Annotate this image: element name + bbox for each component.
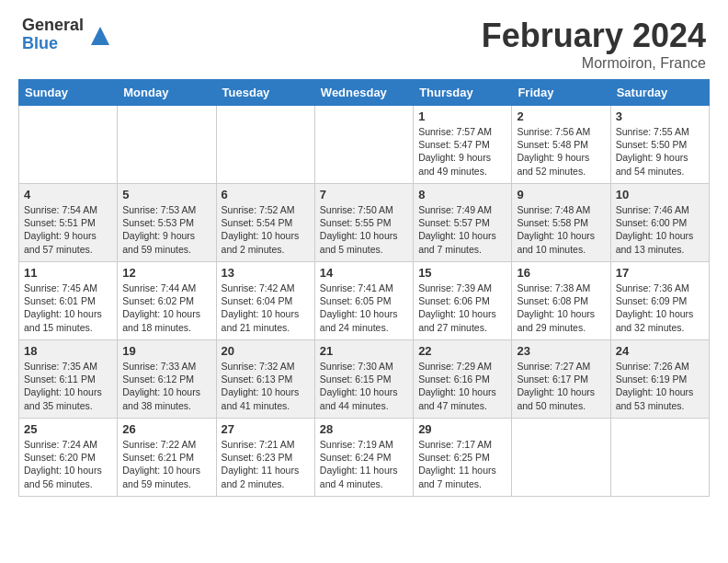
- col-wednesday: Wednesday: [314, 80, 413, 106]
- day-info: Sunrise: 7:49 AM Sunset: 5:57 PM Dayligh…: [418, 203, 506, 256]
- col-monday: Monday: [118, 80, 216, 106]
- logo-general: General: [22, 17, 84, 35]
- day-number: 1: [418, 109, 506, 123]
- table-row: 8Sunrise: 7:49 AM Sunset: 5:57 PM Daylig…: [414, 184, 512, 262]
- day-number: 20: [222, 344, 310, 358]
- table-row: 12Sunrise: 7:44 AM Sunset: 6:02 PM Dayli…: [118, 262, 216, 340]
- table-row: 24Sunrise: 7:26 AM Sunset: 6:19 PM Dayli…: [610, 340, 709, 419]
- day-number: 3: [616, 109, 704, 123]
- day-number: 22: [418, 344, 506, 358]
- day-info: Sunrise: 7:55 AM Sunset: 5:50 PM Dayligh…: [616, 125, 704, 178]
- day-info: Sunrise: 7:17 AM Sunset: 6:25 PM Dayligh…: [418, 438, 506, 490]
- table-row: 26Sunrise: 7:22 AM Sunset: 6:21 PM Dayli…: [118, 419, 216, 497]
- calendar-week-row: 11Sunrise: 7:45 AM Sunset: 6:01 PM Dayli…: [19, 262, 710, 340]
- calendar-title: February 2024: [482, 17, 706, 55]
- day-number: 2: [517, 109, 605, 123]
- day-number: 10: [616, 188, 704, 201]
- day-info: Sunrise: 7:45 AM Sunset: 6:01 PM Dayligh…: [24, 282, 112, 334]
- table-row: 29Sunrise: 7:17 AM Sunset: 6:25 PM Dayli…: [414, 419, 512, 497]
- table-row: 3Sunrise: 7:55 AM Sunset: 5:50 PM Daylig…: [610, 106, 709, 184]
- day-number: 26: [122, 422, 210, 436]
- day-info: Sunrise: 7:35 AM Sunset: 6:11 PM Dayligh…: [24, 360, 112, 412]
- day-info: Sunrise: 7:22 AM Sunset: 6:21 PM Dayligh…: [122, 438, 210, 490]
- day-number: 9: [517, 188, 605, 201]
- day-info: Sunrise: 7:41 AM Sunset: 6:05 PM Dayligh…: [320, 282, 408, 334]
- table-row: 2Sunrise: 7:56 AM Sunset: 5:48 PM Daylig…: [512, 106, 610, 184]
- col-saturday: Saturday: [610, 80, 709, 106]
- calendar-table: Sunday Monday Tuesday Wednesday Thursday…: [18, 79, 710, 497]
- day-number: 12: [122, 266, 210, 280]
- day-info: Sunrise: 7:54 AM Sunset: 5:51 PM Dayligh…: [24, 203, 112, 256]
- table-row: 17Sunrise: 7:36 AM Sunset: 6:09 PM Dayli…: [610, 262, 709, 340]
- day-info: Sunrise: 7:57 AM Sunset: 5:47 PM Dayligh…: [418, 125, 506, 178]
- day-info: Sunrise: 7:48 AM Sunset: 5:58 PM Dayligh…: [517, 203, 605, 256]
- table-row: 13Sunrise: 7:42 AM Sunset: 6:04 PM Dayli…: [216, 262, 314, 340]
- table-row: [19, 106, 118, 184]
- table-row: [512, 419, 610, 497]
- day-number: 7: [320, 188, 408, 201]
- table-row: [216, 106, 314, 184]
- table-row: [314, 106, 413, 184]
- day-number: 15: [418, 266, 506, 280]
- day-number: 25: [24, 422, 112, 436]
- table-row: 19Sunrise: 7:33 AM Sunset: 6:12 PM Dayli…: [118, 340, 216, 419]
- calendar-week-row: 1Sunrise: 7:57 AM Sunset: 5:47 PM Daylig…: [19, 106, 710, 184]
- title-block: February 2024 Mormoiron, France: [482, 17, 706, 72]
- day-info: Sunrise: 7:33 AM Sunset: 6:12 PM Dayligh…: [122, 360, 210, 412]
- day-info: Sunrise: 7:24 AM Sunset: 6:20 PM Dayligh…: [24, 438, 112, 490]
- table-row: 4Sunrise: 7:54 AM Sunset: 5:51 PM Daylig…: [19, 184, 118, 262]
- table-row: 27Sunrise: 7:21 AM Sunset: 6:23 PM Dayli…: [216, 419, 314, 497]
- day-info: Sunrise: 7:53 AM Sunset: 5:53 PM Dayligh…: [122, 203, 210, 256]
- col-tuesday: Tuesday: [216, 80, 314, 106]
- day-info: Sunrise: 7:30 AM Sunset: 6:15 PM Dayligh…: [320, 360, 408, 412]
- day-number: 8: [418, 188, 506, 201]
- day-number: 24: [616, 344, 704, 358]
- day-info: Sunrise: 7:26 AM Sunset: 6:19 PM Dayligh…: [616, 360, 704, 412]
- logo-text: General Blue: [22, 17, 84, 53]
- table-row: 5Sunrise: 7:53 AM Sunset: 5:53 PM Daylig…: [118, 184, 216, 262]
- day-number: 28: [320, 422, 408, 436]
- day-number: 17: [616, 266, 704, 280]
- logo: General Blue: [22, 17, 114, 53]
- table-row: 23Sunrise: 7:27 AM Sunset: 6:17 PM Dayli…: [512, 340, 610, 419]
- day-number: 21: [320, 344, 408, 358]
- day-info: Sunrise: 7:32 AM Sunset: 6:13 PM Dayligh…: [222, 360, 310, 412]
- table-row: 18Sunrise: 7:35 AM Sunset: 6:11 PM Dayli…: [19, 340, 118, 419]
- table-row: 22Sunrise: 7:29 AM Sunset: 6:16 PM Dayli…: [414, 340, 512, 419]
- table-row: 1Sunrise: 7:57 AM Sunset: 5:47 PM Daylig…: [414, 106, 512, 184]
- day-info: Sunrise: 7:27 AM Sunset: 6:17 PM Dayligh…: [517, 360, 605, 412]
- day-number: 29: [418, 422, 506, 436]
- day-number: 5: [122, 188, 210, 201]
- col-thursday: Thursday: [414, 80, 512, 106]
- day-info: Sunrise: 7:44 AM Sunset: 6:02 PM Dayligh…: [122, 282, 210, 334]
- table-row: 14Sunrise: 7:41 AM Sunset: 6:05 PM Dayli…: [314, 262, 413, 340]
- day-info: Sunrise: 7:36 AM Sunset: 6:09 PM Dayligh…: [616, 282, 704, 334]
- table-row: 10Sunrise: 7:46 AM Sunset: 6:00 PM Dayli…: [610, 184, 709, 262]
- table-row: [610, 419, 709, 497]
- logo-blue: Blue: [22, 35, 84, 53]
- day-number: 16: [517, 266, 605, 280]
- calendar-location: Mormoiron, France: [482, 55, 706, 72]
- table-row: 7Sunrise: 7:50 AM Sunset: 5:55 PM Daylig…: [314, 184, 413, 262]
- day-number: 11: [24, 266, 112, 280]
- day-info: Sunrise: 7:42 AM Sunset: 6:04 PM Dayligh…: [222, 282, 310, 334]
- table-row: 20Sunrise: 7:32 AM Sunset: 6:13 PM Dayli…: [216, 340, 314, 419]
- table-row: [118, 106, 216, 184]
- table-row: 6Sunrise: 7:52 AM Sunset: 5:54 PM Daylig…: [216, 184, 314, 262]
- logo-icon: [86, 22, 114, 50]
- day-number: 13: [222, 266, 310, 280]
- calendar-week-row: 4Sunrise: 7:54 AM Sunset: 5:51 PM Daylig…: [19, 184, 710, 262]
- day-number: 19: [122, 344, 210, 358]
- day-info: Sunrise: 7:39 AM Sunset: 6:06 PM Dayligh…: [418, 282, 506, 334]
- table-row: 15Sunrise: 7:39 AM Sunset: 6:06 PM Dayli…: [414, 262, 512, 340]
- calendar-container: Sunday Monday Tuesday Wednesday Thursday…: [0, 79, 728, 506]
- day-number: 18: [24, 344, 112, 358]
- day-info: Sunrise: 7:56 AM Sunset: 5:48 PM Dayligh…: [517, 125, 605, 178]
- table-row: 11Sunrise: 7:45 AM Sunset: 6:01 PM Dayli…: [19, 262, 118, 340]
- day-info: Sunrise: 7:21 AM Sunset: 6:23 PM Dayligh…: [222, 438, 310, 490]
- calendar-week-row: 18Sunrise: 7:35 AM Sunset: 6:11 PM Dayli…: [19, 340, 710, 419]
- col-sunday: Sunday: [19, 80, 118, 106]
- day-number: 6: [222, 188, 310, 201]
- table-row: 25Sunrise: 7:24 AM Sunset: 6:20 PM Dayli…: [19, 419, 118, 497]
- day-info: Sunrise: 7:46 AM Sunset: 6:00 PM Dayligh…: [616, 203, 704, 256]
